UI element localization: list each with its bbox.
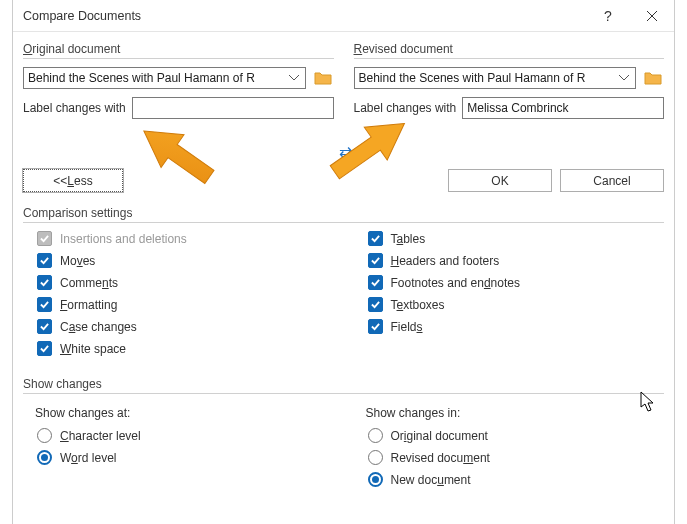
original-select-text: Behind the Scenes with Paul Hamann of R [28,71,285,85]
titlebar: Compare Documents ? [13,0,674,32]
radio-original-document[interactable]: Original document [354,428,665,443]
original-document-group: Original document Behind the Scenes with… [23,38,334,127]
checkbox-footnotes-endnotes[interactable]: Footnotes and endnotes [354,275,665,290]
folder-icon [644,71,662,85]
checkbox-headers-footers[interactable]: Headers and footers [354,253,665,268]
browse-revised-button[interactable] [642,68,664,88]
show-changes-heading: Show changes [23,373,664,394]
checkbox-white-space[interactable]: White space [23,341,334,356]
revised-select-text: Behind the Scenes with Paul Hamann of R [359,71,616,85]
close-button[interactable] [630,0,674,32]
original-author-input[interactable] [132,97,334,119]
checkbox-fields[interactable]: Fields [354,319,665,334]
radio-label: New document [391,473,471,487]
checkbox-insertions-deletions: Insertions and deletions [23,231,334,246]
checkbox-label: Tables [391,232,426,246]
original-group-label: riginal document [32,42,120,56]
checkbox-label: Case changes [60,320,137,334]
original-document-select[interactable]: Behind the Scenes with Paul Hamann of R [23,67,306,89]
help-button[interactable]: ? [586,0,630,32]
less-button[interactable]: << Less [23,169,123,192]
checkbox-label: White space [60,342,126,356]
dialog-title: Compare Documents [23,9,141,23]
ok-button[interactable]: OK [448,169,552,192]
close-icon [646,10,658,22]
show-changes-in-heading: Show changes in: [354,406,665,420]
checkbox-label: Comments [60,276,118,290]
radio-label: Character level [60,429,141,443]
radio-label: Word level [60,451,116,465]
checkbox-label: Insertions and deletions [60,232,187,246]
checkbox-label: Moves [60,254,95,268]
radio-revised-document[interactable]: Revised document [354,450,665,465]
checkbox-formatting[interactable]: Formatting [23,297,334,312]
revised-author-label: Label changes with [354,101,457,115]
checkbox-tables[interactable]: Tables [354,231,665,246]
checkbox-label: Textboxes [391,298,445,312]
checkbox-label: Formatting [60,298,117,312]
cancel-button[interactable]: Cancel [560,169,664,192]
show-changes-at-heading: Show changes at: [23,406,334,420]
revised-document-select[interactable]: Behind the Scenes with Paul Hamann of R [354,67,637,89]
checkbox-label: Footnotes and endnotes [391,276,520,290]
revised-group-label: evised document [362,42,453,56]
folder-icon [314,71,332,85]
chevron-down-icon [617,71,631,85]
radio-new-document[interactable]: New document [354,472,665,487]
original-author-label: Label changes with [23,101,126,115]
comparison-settings-heading: Comparison settings [23,202,664,223]
checkbox-comments[interactable]: Comments [23,275,334,290]
checkbox-label: Fields [391,320,423,334]
radio-label: Original document [391,429,488,443]
checkbox-textboxes[interactable]: Textboxes [354,297,665,312]
checkbox-case-changes[interactable]: Case changes [23,319,334,334]
radio-character-level[interactable]: Character level [23,428,334,443]
revised-author-input[interactable] [462,97,664,119]
revised-document-group: Revised document Behind the Scenes with … [354,38,665,127]
swap-documents-button[interactable]: ⇄ [339,142,352,161]
chevron-down-icon [287,71,301,85]
browse-original-button[interactable] [312,68,334,88]
radio-label: Revised document [391,451,490,465]
compare-documents-dialog: Compare Documents ? Original document Be… [12,0,675,524]
checkbox-label: Headers and footers [391,254,500,268]
radio-word-level[interactable]: Word level [23,450,334,465]
checkbox-moves[interactable]: Moves [23,253,334,268]
